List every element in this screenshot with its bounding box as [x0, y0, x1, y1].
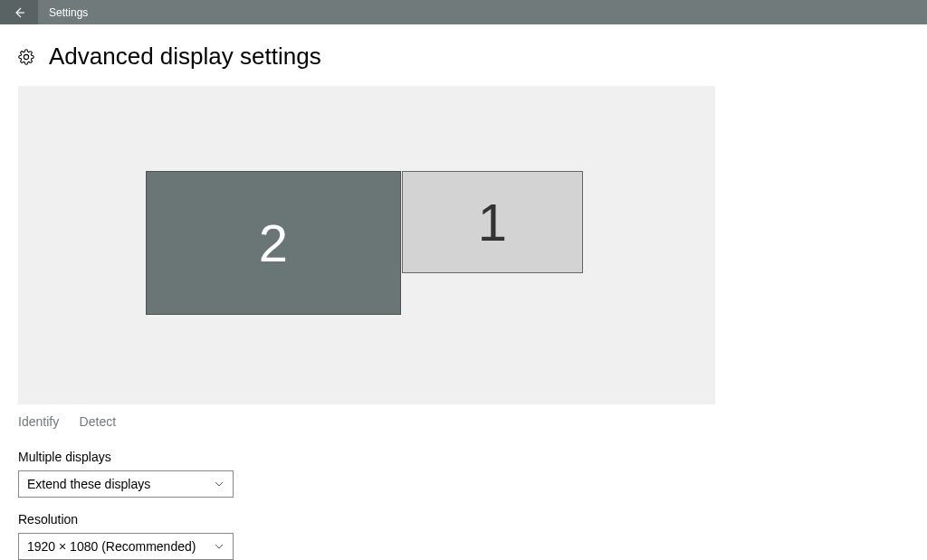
resolution-section: Resolution 1920 × 1080 (Recommended) [18, 512, 909, 560]
multiple-displays-label: Multiple displays [18, 450, 909, 464]
page-title: Advanced display settings [49, 43, 321, 71]
chevron-down-icon [214, 541, 225, 552]
monitor-1[interactable]: 1 [402, 171, 583, 273]
gear-icon [18, 49, 34, 65]
resolution-selected: 1920 × 1080 (Recommended) [27, 539, 196, 554]
chevron-down-icon [214, 479, 225, 489]
display-arrangement-area[interactable]: 2 1 [18, 86, 715, 404]
content-area: Advanced display settings 2 1 Identify D… [0, 24, 927, 560]
multiple-displays-dropdown[interactable]: Extend these displays [18, 470, 234, 498]
resolution-label: Resolution [18, 512, 909, 527]
back-arrow-icon [12, 5, 26, 20]
page-header: Advanced display settings [18, 43, 909, 71]
multiple-displays-selected: Extend these displays [27, 477, 150, 491]
detect-link[interactable]: Detect [80, 414, 116, 429]
back-button[interactable] [0, 0, 38, 24]
identify-link[interactable]: Identify [18, 414, 59, 429]
resolution-dropdown[interactable]: 1920 × 1080 (Recommended) [18, 533, 234, 560]
multiple-displays-section: Multiple displays Extend these displays [18, 450, 909, 498]
link-row: Identify Detect [18, 413, 909, 430]
titlebar: Settings [0, 0, 927, 24]
monitor-2[interactable]: 2 [146, 171, 401, 315]
titlebar-title: Settings [38, 0, 88, 24]
